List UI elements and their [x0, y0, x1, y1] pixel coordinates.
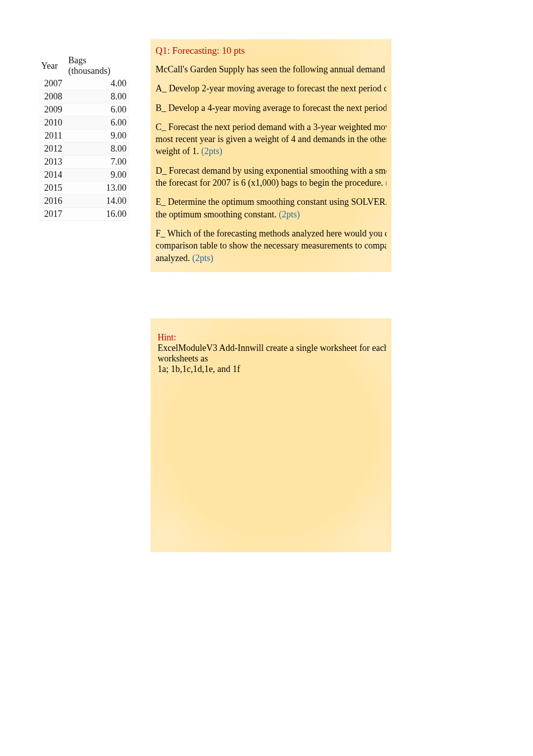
data-table-container: Year Bags (thousands) 20074.00 20088.00 … [39, 54, 129, 221]
question-c-line2: most recent year is given a weight of 4 … [156, 133, 386, 145]
table-row: 201513.00 [39, 182, 129, 195]
table-row: 20128.00 [39, 143, 129, 156]
hint-box: Hint: ExcelModuleV3 Add-Innwill create a… [151, 318, 391, 552]
question-f-line3-text: analyzed. [156, 253, 192, 263]
question-f-line1: F_ Which of the forecasting methods anal… [156, 227, 386, 239]
cell-bags: 9.00 [66, 169, 129, 182]
hint-title: Hint: [158, 332, 386, 343]
cell-bags: 6.00 [66, 103, 129, 116]
cell-bags: 13.00 [66, 182, 129, 195]
question-f-pts: (2pts) [192, 253, 213, 263]
cell-bags: 4.00 [66, 77, 129, 90]
question-title: Q1: Forecasting: 10 pts [156, 45, 386, 56]
question-f-line3: analyzed. (2pts) [156, 252, 386, 264]
cell-year: 2017 [39, 208, 66, 221]
question-d-line1: D_ Forecast demand by using exponential … [156, 165, 386, 177]
cell-bags: 7.00 [66, 156, 129, 169]
question-intro: McCall's Garden Supply has seen the foll… [156, 63, 386, 75]
table-row: 20088.00 [39, 90, 129, 103]
cell-year: 2010 [39, 116, 66, 130]
cell-year: 2008 [39, 90, 66, 103]
question-c-line3: weight of 1. (2pts) [156, 145, 386, 157]
table-row: 20074.00 [39, 77, 129, 90]
cell-year: 2014 [39, 169, 66, 182]
question-d-line2-text: the forecast for 2007 is 6 (x1,000) bags… [156, 178, 385, 188]
cell-year: 2007 [39, 77, 66, 90]
question-c-line1: C_ Forecast the next period demand with … [156, 121, 386, 133]
table-header-row: Year Bags (thousands) [39, 54, 129, 77]
data-table: Year Bags (thousands) 20074.00 20088.00 … [39, 54, 129, 221]
table-row: 201716.00 [39, 208, 129, 221]
cell-year: 2011 [39, 130, 66, 143]
question-e-line1: E_ Determine the optimum smoothing const… [156, 196, 386, 208]
header-bags: Bags (thousands) [66, 54, 129, 77]
table-row: 20149.00 [39, 169, 129, 182]
cell-year: 2015 [39, 182, 66, 195]
table-row: 20137.00 [39, 156, 129, 169]
cell-bags: 8.00 [66, 90, 129, 103]
hint-line3: 1a; 1b,1c,1d,1e, and 1f [158, 364, 386, 374]
question-d-pts: (2pts [385, 178, 386, 188]
header-year: Year [39, 54, 66, 77]
question-c-pts: (2pts) [201, 146, 222, 156]
question-d-line2: the forecast for 2007 is 6 (x1,000) bags… [156, 177, 386, 189]
hint-line2: worksheets as [158, 353, 386, 364]
cell-year: 2012 [39, 143, 66, 156]
question-e-line2: the optimum smoothing constant. (2pts) [156, 208, 386, 220]
question-e-pts: (2pts) [279, 209, 300, 219]
question-e-line2-text: the optimum smoothing constant. [156, 209, 279, 219]
question-a: A_ Develop 2-year moving average to fore… [156, 82, 386, 94]
question-c-line3-text: weight of 1. [156, 146, 201, 156]
cell-year: 2013 [39, 156, 66, 169]
cell-bags: 8.00 [66, 143, 129, 156]
table-row: 201614.00 [39, 195, 129, 208]
table-row: 20106.00 [39, 116, 129, 130]
table-row: 20119.00 [39, 130, 129, 143]
question-f-line2: comparison table to show the necessary m… [156, 239, 386, 251]
hint-line1: ExcelModuleV3 Add-Innwill create a singl… [158, 343, 386, 353]
cell-year: 2016 [39, 195, 66, 208]
question-b: B_ Develop a 4-year moving average to fo… [156, 102, 386, 114]
table-row: 20096.00 [39, 103, 129, 116]
cell-bags: 6.00 [66, 116, 129, 130]
question-box: Q1: Forecasting: 10 pts McCall's Garden … [151, 39, 391, 272]
cell-bags: 14.00 [66, 195, 129, 208]
cell-bags: 16.00 [66, 208, 129, 221]
cell-year: 2009 [39, 103, 66, 116]
cell-bags: 9.00 [66, 130, 129, 143]
